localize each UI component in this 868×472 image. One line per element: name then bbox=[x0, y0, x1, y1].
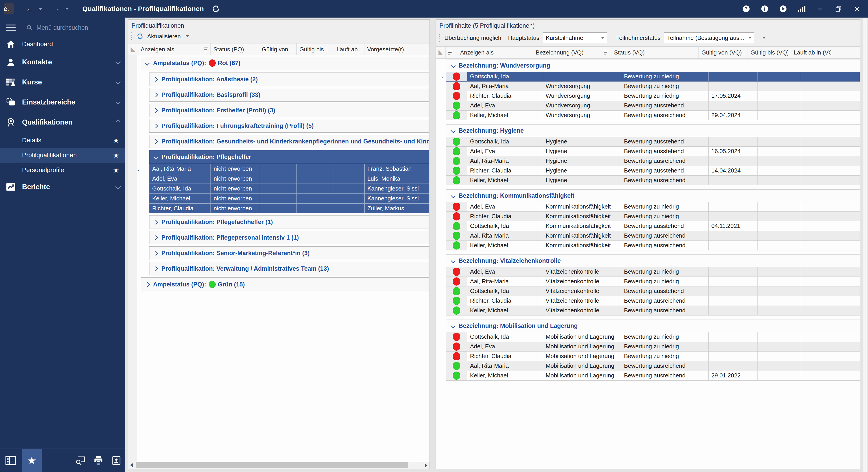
table-row[interactable]: Richter, ClaudiaHygieneBewertung aussteh… bbox=[446, 166, 860, 176]
teilnehmerstatus-select[interactable]: Teilnahme (Bestätigung aus... bbox=[664, 32, 754, 43]
filter-header-cell[interactable] bbox=[446, 47, 457, 58]
select-all-corner[interactable] bbox=[128, 43, 138, 55]
column-header-6[interactable]: Vorgesetzte(r) bbox=[365, 43, 430, 55]
table-row[interactable]: Gottschalk, IdaVitalzeichenkontrolleBewe… bbox=[446, 287, 860, 296]
back-history-caret-icon[interactable] bbox=[39, 8, 42, 10]
scroll-right-button[interactable] bbox=[422, 462, 430, 469]
group-row-ampelstatus[interactable]: Ampelstatus (PQ):Grün (15) bbox=[141, 277, 429, 291]
group-row-profilqualifikation[interactable]: Profilqualifikation: Pflegepersonal Inte… bbox=[149, 231, 429, 244]
menu-search[interactable]: Menü durchsuchen bbox=[0, 20, 125, 36]
column-header-2[interactable]: Bezeichnung (VQ) bbox=[533, 47, 611, 58]
table-row[interactable]: Keller, MichaelWundversorgungBewertung a… bbox=[446, 111, 860, 120]
group-row-profilqualifikation[interactable]: Profilqualifikation: Senior-Marketing-Re… bbox=[149, 246, 429, 260]
table-row[interactable]: Aal, Rita-MariaMobilisation und Lagerung… bbox=[446, 361, 860, 371]
table-row[interactable]: Richter, ClaudiaVitalzeichenkontrolleBew… bbox=[446, 296, 860, 306]
column-header-3[interactable]: Status (VQ) bbox=[611, 47, 699, 58]
group-row-profilqualifikation[interactable]: Profilqualifikation: Anästhesie (2) bbox=[149, 72, 429, 86]
group-row-bezeichnung[interactable]: Bezeichnung: Hygiene bbox=[446, 124, 860, 137]
table-row[interactable]: Richter, ClaudiaMobilisation und Lagerun… bbox=[446, 352, 860, 361]
favorite-star-icon[interactable]: ★ bbox=[113, 166, 119, 174]
sidebar-item-profilqualifikationen[interactable]: Profilqualifikationen★ bbox=[0, 148, 125, 163]
table-row[interactable]: Richter, Claudianicht erworbenZüller, Ma… bbox=[150, 203, 429, 213]
column-header-6[interactable]: Läuft ab in (VQ) bbox=[791, 47, 834, 58]
sidebar-item-details[interactable]: Details★ bbox=[0, 133, 125, 148]
close-button[interactable] bbox=[852, 4, 862, 13]
play-button[interactable] bbox=[778, 4, 788, 13]
overbooking-toggle[interactable]: Überbuchung möglich bbox=[444, 34, 501, 41]
table-row[interactable]: Keller, Michaelnicht erworbenKannengiese… bbox=[150, 194, 429, 203]
group-row-profilqualifikation[interactable]: Profilqualifikation: Führungskräftetrain… bbox=[149, 119, 429, 132]
group-row-bezeichnung[interactable]: Bezeichnung: Vitalzeichenkontrolle bbox=[446, 255, 860, 267]
sidebar-item-berichte[interactable]: Berichte bbox=[0, 177, 125, 196]
column-header-1[interactable]: Anzeigen als bbox=[457, 47, 533, 58]
column-header-4[interactable]: Gültig bis... bbox=[297, 43, 334, 55]
table-row[interactable]: Adel, EvaMobilisation und LagerungBewert… bbox=[446, 342, 860, 352]
table-row[interactable]: Adel, EvaKommunikationsfähigkeitBewertun… bbox=[446, 202, 860, 212]
group-row-bezeichnung[interactable]: Bezeichnung: Mobilisation und Lagerung bbox=[446, 320, 860, 332]
group-row-profilqualifikation[interactable]: Profilqualifikation: Verwaltung / Admini… bbox=[149, 262, 429, 275]
contact-card-button[interactable] bbox=[107, 449, 125, 472]
column-header-1[interactable]: Anzeigen als bbox=[138, 43, 211, 55]
layout-button[interactable] bbox=[0, 449, 22, 472]
group-row-bezeichnung[interactable]: Bezeichnung: Kommunikationsfähigkeit bbox=[446, 189, 860, 202]
sidebar-item-qualifikationen[interactable]: Qualifikationen bbox=[0, 113, 125, 132]
table-row[interactable]: Keller, MichaelMobilisation und Lagerung… bbox=[446, 371, 860, 381]
scrollbar-thumb[interactable] bbox=[136, 462, 408, 468]
signal-button[interactable] bbox=[797, 4, 806, 13]
horizontal-scrollbar[interactable] bbox=[128, 462, 430, 469]
group-row-profilqualifikation[interactable]: Profilqualifikation: Ersthelfer (Profil)… bbox=[149, 104, 429, 117]
back-arrow-icon[interactable]: ← bbox=[26, 4, 34, 13]
table-row[interactable]: Adel, Evanicht erworbenLuis, Monika bbox=[150, 174, 429, 183]
group-row-profilqualifikation[interactable]: Profilqualifikation: Gesundheits- und Ki… bbox=[149, 135, 429, 148]
column-header-3[interactable]: Gültig von... bbox=[259, 43, 297, 55]
table-row[interactable]: Richter, ClaudiaKommunikationsfähigkeitB… bbox=[446, 212, 860, 222]
hamburger-menu-icon[interactable] bbox=[6, 25, 16, 31]
table-row[interactable]: Gottschalk, IdaBewertung zu niedrig bbox=[446, 72, 860, 82]
table-row[interactable]: Gottschalk, IdaMobilisation und Lagerung… bbox=[446, 332, 860, 342]
sidebar-item-dashboard[interactable]: Dashboard bbox=[0, 36, 125, 53]
restore-button[interactable] bbox=[834, 4, 843, 13]
refresh-icon[interactable] bbox=[136, 33, 144, 40]
window-scrollbar-track[interactable] bbox=[863, 18, 867, 472]
table-row[interactable]: Gottschalk, IdaKommunikationsfähigkeitBe… bbox=[446, 222, 860, 231]
hauptstatus-select[interactable]: Kursteilnahme bbox=[543, 32, 607, 43]
sidebar-item-personalprofile[interactable]: Personalprofile★ bbox=[0, 163, 125, 177]
help-button[interactable]: ? bbox=[742, 4, 751, 13]
forward-arrow-icon[interactable]: → bbox=[52, 4, 60, 13]
select-all-corner[interactable] bbox=[436, 47, 446, 58]
refresh-button[interactable]: Aktualisieren bbox=[147, 33, 181, 40]
table-row[interactable]: Keller, MichaelKommunikationsfähigkeitBe… bbox=[446, 241, 860, 250]
favorite-star-icon[interactable]: ★ bbox=[113, 151, 119, 159]
column-header-2[interactable]: Status (PQ) bbox=[211, 43, 259, 55]
print-button[interactable] bbox=[89, 449, 107, 472]
hauptstatus-caret-icon[interactable] bbox=[598, 33, 607, 43]
table-row[interactable]: Keller, MichaelVitalzeichenkontrolleBewe… bbox=[446, 306, 860, 316]
table-row[interactable]: Aal, Rita-Marianicht erworbenFranz, Seba… bbox=[150, 164, 429, 174]
table-row[interactable]: Aal, Rita-MariaHygieneBewertung ausreich… bbox=[446, 156, 860, 166]
refresh-dropdown-caret-icon[interactable] bbox=[186, 35, 189, 37]
scroll-left-button[interactable] bbox=[128, 462, 135, 469]
info-button[interactable] bbox=[760, 4, 769, 13]
minimize-button[interactable] bbox=[815, 4, 825, 13]
table-row[interactable]: Adel, EvaHygieneBewertung ausstehend16.0… bbox=[446, 147, 860, 156]
table-row[interactable]: Aal, Rita-MariaVitalzeichenkontrolleBewe… bbox=[446, 277, 860, 287]
table-row[interactable]: Gottschalk, Idanicht erworbenKannengiese… bbox=[150, 183, 429, 194]
sidebar-item-kontakte[interactable]: Kontakte bbox=[0, 53, 125, 71]
table-row[interactable]: Adel, EvaWundversorgungBewertung aussteh… bbox=[446, 101, 860, 111]
group-row-profilqualifikation[interactable]: Profilqualifikation: Basisprofil (33) bbox=[149, 88, 429, 101]
toolbar-overflow-caret-icon[interactable] bbox=[763, 37, 766, 39]
column-header-5[interactable]: Gültig bis (VQ) bbox=[748, 47, 791, 58]
group-row-profilqualifikation[interactable]: Profilqualifikation: Pflegefachhelfer (1… bbox=[149, 215, 429, 229]
toolbar-grip-handle[interactable] bbox=[439, 34, 440, 42]
teilnehmerstatus-caret-icon[interactable] bbox=[746, 33, 754, 43]
screen-search-button[interactable] bbox=[71, 449, 89, 472]
column-header-5[interactable]: Läuft ab i... bbox=[334, 43, 365, 55]
table-row[interactable]: Aal, Rita-MariaKommunikationsfähigkeitBe… bbox=[446, 231, 860, 241]
group-row-bezeichnung[interactable]: Bezeichnung: Wundversorgung bbox=[446, 59, 860, 72]
table-row[interactable]: Aal, Rita-MariaWundversorgungBewertung z… bbox=[446, 82, 860, 91]
forward-history-caret-icon[interactable] bbox=[65, 8, 69, 10]
favorite-star-icon[interactable]: ★ bbox=[113, 137, 119, 144]
sidebar-item-kurse[interactable]: Kurse bbox=[0, 73, 125, 92]
toolbar-grip-handle[interactable] bbox=[131, 32, 132, 40]
refresh-icon[interactable] bbox=[212, 4, 220, 13]
